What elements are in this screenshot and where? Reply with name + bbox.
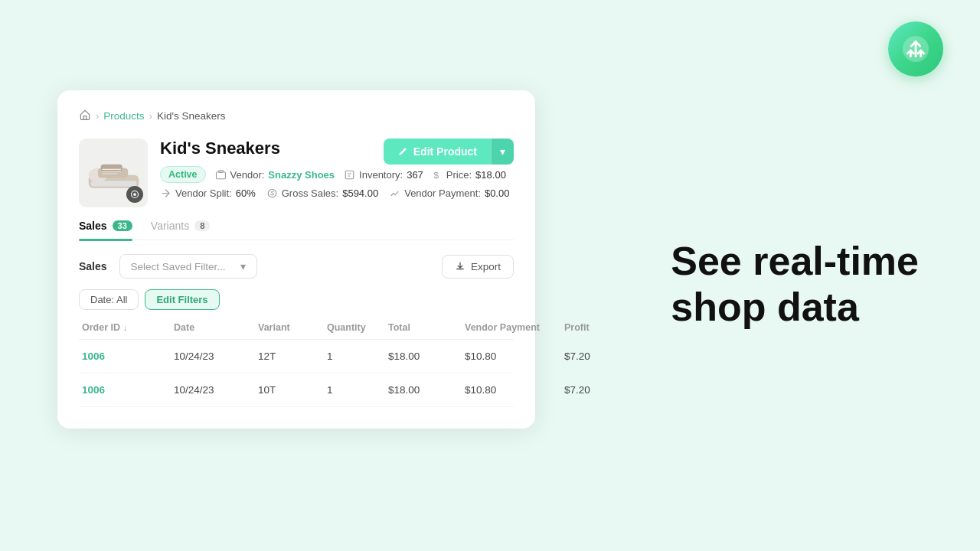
logo-icon — [901, 34, 930, 64]
svg-point-14 — [133, 193, 136, 196]
product-meta-row-2: Vendor Split: 60% Gross Sales: $594.00 V… — [160, 187, 514, 199]
product-title-area: Kid's Sneakers Edit Product ▾ Active — [160, 139, 514, 199]
tagline: See real-time shop data — [671, 239, 919, 331]
col-total: Total — [388, 322, 465, 333]
breadcrumb-current: Kid's Sneakers — [157, 110, 226, 122]
tagline-line2: shop data — [671, 285, 859, 329]
col-quantity: Quantity — [327, 322, 388, 333]
sales-section-label: Sales — [79, 260, 107, 272]
vendor-payment-icon — [389, 187, 400, 199]
tabs: Sales 33 Variants 8 — [79, 220, 514, 240]
order-id-link[interactable]: 1006 — [82, 350, 174, 362]
svg-text:$: $ — [433, 169, 439, 179]
col-profit: Profit — [564, 322, 626, 333]
total-cell: $18.00 — [388, 384, 465, 396]
sales-toolbar: Sales Select Saved Filter... ▾ Export — [79, 254, 514, 279]
export-button[interactable]: Export — [442, 255, 514, 279]
table-row: 1006 10/24/23 12T 1 $18.00 $10.80 $7.20 — [79, 340, 514, 373]
product-header: Kid's Sneakers Edit Product ▾ Active — [79, 139, 514, 207]
svg-rect-16 — [218, 170, 223, 172]
product-title: Kid's Sneakers — [160, 139, 280, 158]
vendor-meta: Vendor: Snazzy Shoes — [215, 169, 335, 181]
gross-sales-meta: Gross Sales: $594.00 — [266, 187, 378, 199]
order-id-link[interactable]: 1006 — [82, 384, 174, 396]
home-icon[interactable] — [79, 109, 91, 123]
variants-tab-badge: 8 — [194, 220, 210, 231]
col-vendor-payment: Vendor Payment — [465, 322, 564, 333]
vendor-payment-cell: $10.80 — [465, 384, 564, 396]
product-meta-row-1: Active Vendor: Snazzy Shoes Invent — [160, 166, 514, 183]
breadcrumb-sep-2: › — [149, 110, 152, 122]
chevron-down-icon: ▾ — [240, 260, 246, 272]
edit-icon — [397, 146, 408, 157]
col-order-id: Order ID ↓ — [82, 322, 174, 333]
vendor-payment-cell: $10.80 — [465, 350, 564, 362]
price-meta: $ Price: $18.00 — [433, 169, 506, 181]
inventory-meta: Inventory: 367 — [344, 169, 423, 181]
tab-sales[interactable]: Sales 33 — [79, 220, 132, 240]
tagline-line1: See real-time — [671, 239, 919, 283]
quantity-cell: 1 — [327, 384, 388, 396]
vendor-icon — [215, 169, 227, 181]
status-badge: Active — [160, 166, 206, 183]
edit-filters-chip[interactable]: Edit Filters — [145, 289, 219, 310]
variant-cell: 12T — [258, 350, 327, 362]
date-cell: 10/24/23 — [174, 350, 258, 362]
date-cell: 10/24/23 — [174, 384, 258, 396]
col-date: Date — [174, 322, 258, 333]
quantity-cell: 1 — [327, 350, 388, 362]
vendor-payment-meta: Vendor Payment: $0.00 — [389, 187, 509, 199]
inventory-icon — [344, 169, 355, 181]
profit-cell: $7.20 — [564, 384, 626, 396]
sales-table: Order ID ↓ Date Variant Quantity Total V… — [79, 322, 514, 407]
date-filter-chip[interactable]: Date: All — [79, 289, 139, 310]
col-variant: Variant — [258, 322, 327, 333]
variant-cell: 10T — [258, 384, 327, 396]
edit-button-group: Edit Product ▾ — [384, 139, 514, 165]
svg-rect-9 — [90, 181, 136, 187]
vendor-split-meta: Vendor Split: 60% — [160, 187, 256, 199]
product-image — [79, 139, 148, 207]
edit-product-chevron[interactable]: ▾ — [491, 139, 514, 165]
app-logo — [888, 21, 943, 77]
price-icon: $ — [433, 169, 443, 181]
svg-rect-15 — [216, 171, 225, 178]
sort-icon: ↓ — [123, 323, 128, 332]
svg-rect-4 — [83, 116, 87, 120]
edit-product-button[interactable]: Edit Product — [384, 139, 491, 165]
gross-sales-icon — [266, 187, 278, 199]
profit-cell: $7.20 — [564, 350, 626, 362]
sales-tab-badge: 33 — [113, 220, 132, 231]
table-header: Order ID ↓ Date Variant Quantity Total V… — [79, 322, 514, 340]
breadcrumb-products-link[interactable]: Products — [103, 110, 144, 122]
tab-variants[interactable]: Variants 8 — [151, 220, 210, 240]
breadcrumb-sep-1: › — [96, 110, 99, 122]
filter-select-dropdown[interactable]: Select Saved Filter... ▾ — [119, 254, 257, 279]
svg-rect-8 — [100, 164, 122, 171]
split-icon — [160, 187, 172, 199]
svg-rect-17 — [345, 171, 354, 179]
filter-chips: Date: All Edit Filters — [79, 289, 514, 310]
product-card: › Products › Kid's Sneakers — [57, 90, 535, 429]
filter-placeholder: Select Saved Filter... — [131, 261, 226, 272]
image-edit-badge[interactable] — [126, 186, 143, 203]
total-cell: $18.00 — [388, 350, 465, 362]
breadcrumb: › Products › Kid's Sneakers — [79, 109, 514, 123]
table-row: 1006 10/24/23 10T 1 $18.00 $10.80 $7.20 — [79, 373, 514, 407]
export-icon — [455, 261, 466, 272]
